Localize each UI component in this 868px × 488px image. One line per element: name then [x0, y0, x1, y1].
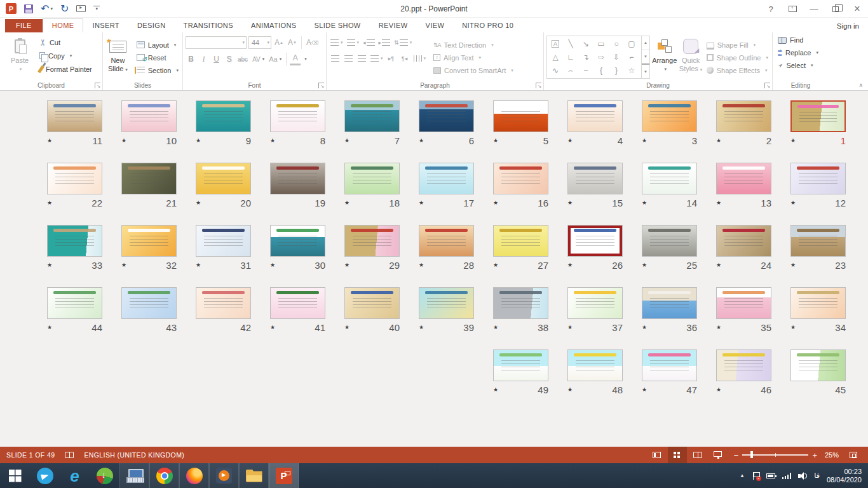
shape-icon-14[interactable]: ~	[578, 64, 593, 77]
text-direction-button[interactable]: ⇅AText Direction▾	[431, 39, 516, 50]
slide-cell-43[interactable]: 43	[121, 287, 177, 337]
slide-thumbnail-8[interactable]	[270, 100, 325, 132]
slide-thumbnail-26[interactable]	[567, 225, 623, 257]
slide-cell-32[interactable]: ★32	[121, 225, 177, 274]
tab-view[interactable]: VIEW	[416, 19, 453, 32]
line-spacing-button[interactable]: ⇅▾	[393, 36, 413, 49]
bold-button[interactable]: B	[186, 53, 196, 65]
slide-thumbnail-6[interactable]	[419, 100, 474, 132]
columns-button[interactable]: ▾	[412, 52, 428, 65]
slide-thumbnail-3[interactable]	[642, 100, 697, 132]
zoom-slider-handle[interactable]	[750, 451, 753, 458]
shape-icon-17[interactable]: ☆	[624, 64, 639, 77]
slide-thumbnail-32[interactable]	[121, 225, 177, 257]
collapse-ribbon-icon[interactable]: ∧	[858, 82, 863, 88]
reset-button[interactable]: Reset	[134, 52, 181, 63]
slide-thumbnail-27[interactable]	[493, 225, 548, 257]
shape-icon-6[interactable]: △	[548, 50, 563, 64]
undo-icon[interactable]: ↶▾	[41, 3, 53, 15]
decrease-font-size-button[interactable]: A▼	[287, 36, 298, 49]
zoom-slider[interactable]	[742, 454, 808, 456]
shapes-scroll-down-icon[interactable]: ▼	[642, 50, 649, 64]
slide-cell-4[interactable]: ★4	[567, 100, 623, 150]
tab-animations[interactable]: ANIMATIONS	[242, 19, 306, 32]
shape-icon-8[interactable]: ↴	[578, 50, 593, 64]
convert-to-smartart-button[interactable]: Convert to SmartArt▾	[431, 65, 516, 76]
slide-cell-45[interactable]: 45	[790, 349, 846, 399]
shape-icon-2[interactable]: ↘	[578, 37, 593, 50]
slide-cell-39[interactable]: ★39	[419, 287, 474, 337]
slide-thumbnail-43[interactable]	[121, 287, 177, 319]
reading-view-button[interactable]	[688, 447, 707, 463]
slide-thumbnail-1[interactable]	[790, 100, 846, 132]
slide-thumbnail-15[interactable]	[567, 163, 623, 194]
slide-thumbnail-9[interactable]	[196, 100, 251, 132]
slide-thumbnail-12[interactable]	[790, 163, 846, 194]
shapes-scroll-up-icon[interactable]: ▲	[642, 36, 649, 50]
slide-cell-1[interactable]: ★1	[790, 100, 846, 150]
font-dialog-launcher[interactable]: ↘	[318, 83, 324, 88]
slide-thumbnail-33[interactable]	[47, 225, 102, 257]
align-left-button[interactable]	[329, 52, 341, 65]
slide-thumbnail-23[interactable]	[790, 225, 846, 257]
strikethrough-button[interactable]: abc	[236, 53, 249, 65]
bullets-button[interactable]: ▾	[329, 36, 344, 49]
font-color-button[interactable]: A	[290, 53, 301, 65]
quick-styles-button[interactable]: Quick Styles▾	[679, 34, 702, 81]
zoom-percent-label[interactable]: 25%	[825, 451, 839, 459]
slide-cell-49[interactable]: ★49	[493, 349, 548, 399]
slide-cell-26[interactable]: ★26	[567, 225, 623, 274]
slide-thumbnail-46[interactable]	[716, 349, 771, 381]
slide-cell-16[interactable]: ★16	[493, 163, 548, 212]
slide-cell-28[interactable]: ★28	[419, 225, 474, 274]
slide-cell-47[interactable]: ★47	[642, 349, 697, 399]
slide-thumbnail-20[interactable]	[196, 163, 251, 194]
tab-home[interactable]: HOME	[43, 18, 84, 32]
shape-icon-10[interactable]: ⇩	[609, 50, 624, 64]
increase-indent-button[interactable]: ▸	[377, 36, 392, 49]
slide-cell-23[interactable]: ★23	[790, 225, 846, 274]
font-size-combo[interactable]: 44▾	[248, 36, 271, 49]
slide-thumbnail-38[interactable]	[493, 287, 548, 319]
font-name-combo[interactable]: ▾	[186, 36, 247, 49]
slide-cell-41[interactable]: ★41	[270, 287, 325, 337]
change-case-button[interactable]: Aa▾	[268, 53, 283, 65]
slide-cell-5[interactable]: ★5	[493, 100, 548, 150]
slide-cell-8[interactable]: ★8	[270, 100, 325, 150]
chrome-taskbar-button[interactable]	[149, 463, 179, 488]
slide-cell-34[interactable]: ★34	[790, 287, 846, 337]
slide-thumbnail-31[interactable]	[196, 225, 251, 257]
normal-view-button[interactable]	[648, 447, 667, 463]
slide-thumbnail-28[interactable]	[419, 225, 474, 257]
text-shadow-button[interactable]: S	[224, 53, 234, 65]
shape-outline-button[interactable]: Shape Outline▾	[704, 52, 771, 63]
slide-thumbnail-30[interactable]	[270, 225, 325, 257]
battery-icon[interactable]	[766, 473, 775, 478]
shape-icon-16[interactable]: }	[609, 64, 624, 77]
clipboard-dialog-launcher[interactable]: ↘	[95, 83, 100, 88]
slide-cell-10[interactable]: ★10	[121, 100, 177, 150]
slide-thumbnail-42[interactable]	[196, 287, 251, 319]
slide-thumbnail-19[interactable]	[270, 163, 325, 194]
slide-thumbnail-44[interactable]	[47, 287, 102, 319]
fit-to-window-button[interactable]	[844, 447, 863, 463]
italic-button[interactable]: I	[198, 53, 209, 65]
slide-cell-22[interactable]: ★22	[47, 163, 102, 212]
language-indicator[interactable]: فا	[814, 471, 820, 480]
format-painter-button[interactable]: Format Painter	[37, 62, 95, 76]
rtl-direction-button[interactable]: ¶◂	[399, 52, 411, 65]
slide-show-button[interactable]	[709, 447, 728, 463]
slide-cell-30[interactable]: ★30	[270, 225, 325, 274]
slide-cell-24[interactable]: ★24	[716, 225, 771, 274]
shapes-more-icon[interactable]: ▼	[642, 64, 649, 78]
slide-cell-29[interactable]: ★29	[344, 225, 400, 274]
sign-in-link[interactable]: Sign in	[837, 22, 859, 30]
replace-button[interactable]: abacReplace▾	[775, 47, 827, 58]
slide-cell-18[interactable]: ★18	[344, 163, 400, 212]
slide-cell-40[interactable]: ★40	[344, 287, 400, 337]
shape-icon-4[interactable]: ○	[609, 37, 624, 50]
slide-cell-35[interactable]: ★35	[716, 287, 771, 337]
slide-cell-19[interactable]: 19	[270, 163, 325, 212]
slide-cell-44[interactable]: ★44	[47, 287, 102, 337]
slide-cell-14[interactable]: ★14	[642, 163, 697, 212]
